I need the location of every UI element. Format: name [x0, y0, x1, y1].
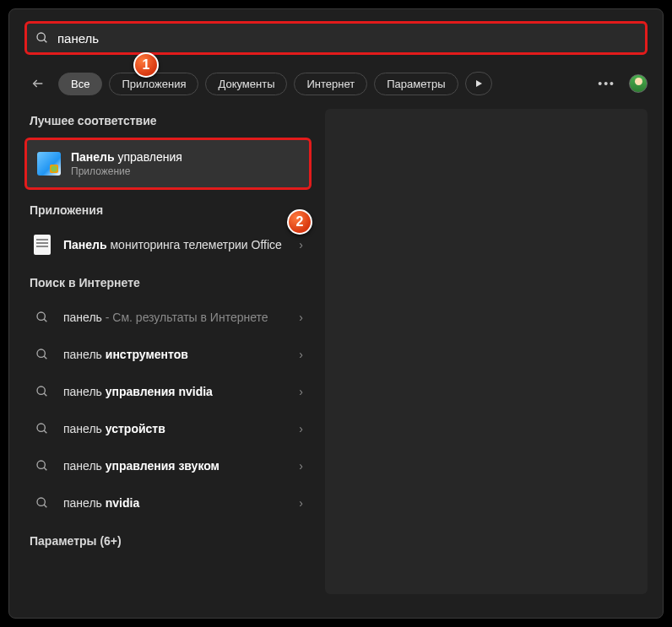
- svg-line-1: [44, 40, 46, 42]
- preview-pane: [325, 109, 648, 594]
- more-menu[interactable]: •••: [591, 73, 622, 94]
- chevron-right-icon: ›: [299, 348, 303, 361]
- filter-all[interactable]: Все: [58, 73, 102, 95]
- search-icon: [33, 457, 51, 475]
- user-avatar[interactable]: [629, 74, 648, 93]
- search-icon: [35, 31, 49, 45]
- svg-point-0: [37, 33, 45, 41]
- web-result-item[interactable]: панель управления nvidia ›: [24, 374, 312, 409]
- svg-point-4: [37, 312, 45, 320]
- search-icon: [33, 308, 51, 327]
- section-best-match: Лучшее соответствие: [24, 102, 312, 136]
- web-result-item[interactable]: панель устройств ›: [24, 411, 312, 446]
- search-icon: [33, 419, 51, 438]
- svg-line-7: [44, 356, 46, 359]
- filter-more-arrow[interactable]: [465, 72, 492, 95]
- chevron-right-icon: ›: [299, 496, 303, 510]
- filter-settings[interactable]: Параметры: [374, 73, 458, 95]
- best-match-text: Панель управления Приложение: [71, 150, 182, 177]
- section-settings[interactable]: Параметры (6+): [24, 522, 312, 556]
- svg-point-14: [37, 498, 45, 505]
- svg-point-10: [37, 424, 45, 431]
- chevron-right-icon: ›: [299, 311, 303, 324]
- web-result-item[interactable]: панель - См. результаты в Интернете ›: [24, 300, 312, 335]
- back-button[interactable]: [24, 70, 51, 97]
- chevron-right-icon: ›: [299, 422, 303, 435]
- document-icon: [33, 235, 51, 254]
- web-result-item[interactable]: панель управления звуком ›: [24, 448, 312, 484]
- filter-docs[interactable]: Документы: [205, 73, 287, 95]
- results-column: Лучшее соответствие Панель управления Пр…: [24, 102, 312, 594]
- filter-row: Все Приложения Документы Интернет Параме…: [9, 55, 663, 102]
- control-panel-icon: [37, 152, 61, 176]
- section-web: Поиск в Интернете: [24, 264, 312, 298]
- chevron-right-icon: ›: [299, 238, 303, 251]
- svg-line-9: [44, 393, 46, 396]
- annotation-2: 2: [287, 209, 312, 235]
- search-input[interactable]: [57, 31, 637, 46]
- svg-line-15: [44, 505, 46, 507]
- best-match-item[interactable]: Панель управления Приложение: [24, 138, 312, 190]
- search-window: Все Приложения Документы Интернет Параме…: [8, 8, 664, 619]
- web-result-item[interactable]: панель инструментов ›: [24, 337, 312, 372]
- filter-web[interactable]: Интернет: [294, 73, 367, 95]
- app-result-item[interactable]: Панель мониторинга телеметрии Office ›: [24, 227, 312, 262]
- svg-line-5: [44, 319, 46, 322]
- search-icon: [33, 345, 51, 364]
- chevron-right-icon: ›: [299, 385, 303, 398]
- search-icon: [33, 494, 51, 512]
- section-apps: Приложения: [24, 192, 312, 225]
- content-area: Лучшее соответствие Панель управления Пр…: [9, 102, 663, 609]
- annotation-1: 1: [133, 52, 159, 78]
- svg-marker-3: [476, 80, 482, 87]
- svg-point-8: [37, 386, 45, 394]
- svg-line-13: [44, 468, 46, 470]
- filter-apps[interactable]: Приложения: [109, 73, 198, 95]
- svg-point-12: [37, 461, 45, 468]
- web-result-item[interactable]: панель nvidia ›: [24, 485, 312, 521]
- svg-line-11: [44, 430, 46, 433]
- svg-point-6: [37, 349, 45, 357]
- search-icon: [33, 382, 51, 401]
- chevron-right-icon: ›: [299, 459, 303, 473]
- search-bar[interactable]: [24, 21, 648, 55]
